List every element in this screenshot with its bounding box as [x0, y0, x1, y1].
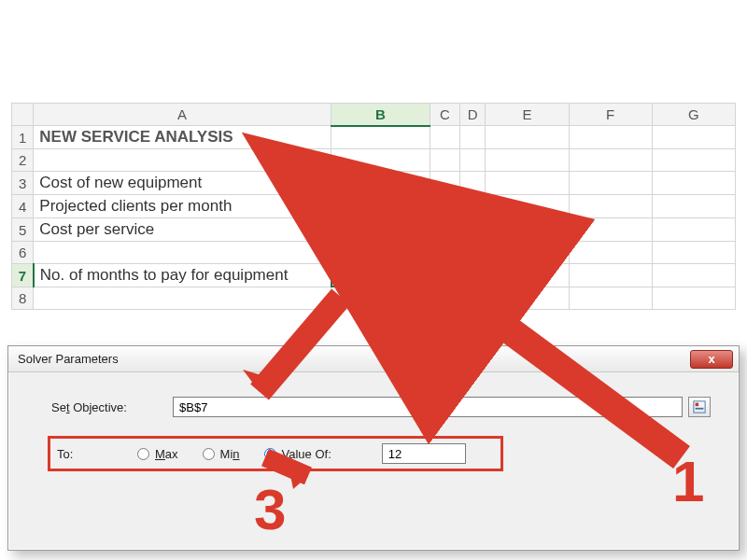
col-header-F[interactable]: F — [569, 104, 652, 126]
to-label: To: — [57, 447, 113, 461]
col-header-C[interactable]: C — [430, 104, 459, 126]
row-header-1[interactable]: 1 — [12, 126, 34, 149]
cell-B1[interactable] — [331, 126, 430, 149]
row-header-7[interactable]: 7 — [12, 264, 34, 287]
set-objective-label: Set Objective: — [51, 400, 173, 414]
option-max[interactable]: Max — [137, 447, 178, 461]
col-header-B[interactable]: B — [331, 104, 430, 126]
dialog-title: Solver Parameters — [18, 352, 119, 366]
col-header-A[interactable]: A — [34, 104, 331, 126]
cell-B3[interactable]: $40,000 — [331, 172, 430, 195]
row-header-6[interactable]: 6 — [12, 242, 34, 264]
spreadsheet[interactable]: A B C D E F G 1 NEW SERVICE ANALYSIS 2 3… — [11, 103, 736, 310]
range-picker-icon — [693, 400, 706, 413]
row-3: 3 Cost of new equipment $40,000 — [12, 172, 736, 195]
cell-A4[interactable]: Projected clients per month — [34, 195, 331, 218]
dialog-titlebar[interactable]: Solver Parameters x — [8, 346, 739, 372]
radio-max[interactable] — [137, 448, 149, 460]
row-header-2[interactable]: 2 — [12, 149, 34, 172]
row-header-4[interactable]: 4 — [12, 195, 34, 218]
svg-rect-2 — [696, 408, 704, 410]
radio-value-of[interactable] — [264, 448, 276, 460]
option-value-of-label: Value Of: — [282, 447, 331, 461]
row-7: 7 No. of months to pay for equipment =B3… — [12, 264, 736, 287]
option-min[interactable]: Min — [203, 447, 240, 461]
close-button[interactable]: x — [690, 350, 733, 369]
cell-B7-formula[interactable]: =B3/(B4*B5) — [331, 264, 430, 287]
value-of-input[interactable] — [382, 443, 466, 464]
col-header-G[interactable]: G — [652, 104, 735, 126]
row-header-3[interactable]: 3 — [12, 172, 34, 195]
set-objective-input[interactable] — [173, 397, 683, 417]
option-min-label: Min — [220, 447, 240, 461]
cell-A3[interactable]: Cost of new equipment — [34, 172, 331, 195]
cell-D7[interactable]: 12 — [459, 264, 486, 287]
row-5: 5 Cost per service $1.00 — [12, 218, 736, 242]
option-value-of[interactable]: Value Of: — [264, 447, 331, 461]
solver-parameters-dialog: Solver Parameters x Set Objective: To: — [7, 345, 740, 551]
cell-A1[interactable]: NEW SERVICE ANALYSIS — [34, 126, 331, 149]
close-icon: x — [708, 352, 714, 366]
row-header-8[interactable]: 8 — [12, 287, 34, 310]
row-6: 6 — [12, 242, 736, 264]
row-8: 8 — [12, 287, 736, 310]
corner-cell[interactable] — [12, 104, 34, 126]
radio-min[interactable] — [203, 448, 215, 460]
row-header-5[interactable]: 5 — [12, 218, 34, 242]
range-picker-button[interactable] — [688, 397, 711, 417]
row-1: 1 NEW SERVICE ANALYSIS — [12, 126, 736, 149]
row-2: 2 — [12, 149, 736, 172]
cell-B5[interactable]: $1.00 — [331, 218, 430, 242]
column-header-row: A B C D E F G — [12, 104, 736, 126]
cell-B4[interactable]: 50 — [331, 195, 430, 218]
row-4: 4 Projected clients per month 50 — [12, 195, 736, 218]
col-header-D[interactable]: D — [459, 104, 486, 126]
cell-A5[interactable]: Cost per service — [34, 218, 331, 242]
option-max-label: Max — [155, 447, 178, 461]
cell-C7[interactable]: = — [430, 264, 459, 287]
col-header-E[interactable]: E — [486, 104, 569, 126]
cell-A7[interactable]: No. of months to pay for equipment — [34, 264, 331, 287]
svg-rect-1 — [696, 403, 699, 407]
